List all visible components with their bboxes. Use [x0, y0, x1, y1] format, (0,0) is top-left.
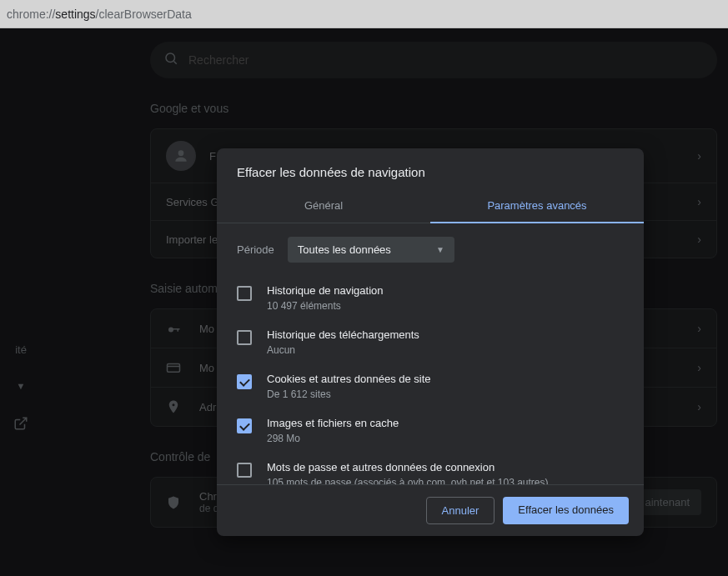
option-row[interactable]: Mots de passe et autres données de conne…: [237, 453, 624, 484]
option-row[interactable]: Historique de navigation10 497 éléments: [237, 276, 624, 320]
option-row[interactable]: Images et fichiers en cache298 Mo: [237, 408, 624, 453]
dialog-tabs: Général Paramètres avancés: [217, 189, 644, 223]
option-title: Images et fichiers en cache: [267, 417, 399, 429]
cancel-button[interactable]: Annuler: [426, 497, 495, 524]
url-bar[interactable]: chrome://settings/clearBrowserData: [0, 0, 728, 28]
url-sub: /clearBrowserData: [96, 8, 192, 21]
options-list: Historique de navigation10 497 élémentsH…: [217, 276, 644, 484]
clear-data-dialog: Effacer les données de navigation Généra…: [217, 148, 644, 536]
option-subtitle: De 1 612 sites: [267, 388, 431, 400]
option-subtitle: 105 mots de passe (associés à ovh.com, o…: [267, 477, 549, 484]
url-scheme: chrome://: [7, 8, 55, 21]
tab-advanced[interactable]: Paramètres avancés: [430, 189, 644, 223]
option-title: Historique de navigation: [267, 284, 383, 297]
checkbox[interactable]: [237, 463, 252, 478]
option-row[interactable]: Historique des téléchargementsAucun: [237, 320, 624, 364]
option-subtitle: Aucun: [267, 344, 419, 356]
checkbox[interactable]: [237, 418, 252, 433]
option-subtitle: 10 497 éléments: [267, 300, 383, 312]
dialog-title: Effacer les données de navigation: [217, 148, 644, 189]
period-select[interactable]: Toutes les données ▼: [288, 237, 454, 263]
option-title: Cookies et autres données de site: [267, 373, 431, 385]
option-title: Mots de passe et autres données de conne…: [267, 461, 549, 473]
option-row[interactable]: Cookies et autres données de siteDe 1 61…: [237, 364, 624, 408]
period-label: Période: [237, 243, 274, 256]
checkbox[interactable]: [237, 286, 252, 301]
option-title: Historique des téléchargements: [267, 328, 419, 341]
period-value: Toutes les données: [298, 243, 391, 256]
clear-data-button[interactable]: Effacer les données: [503, 497, 629, 524]
url-main: settings: [55, 8, 95, 21]
option-subtitle: 298 Mo: [267, 433, 399, 444]
triangle-down-icon: ▼: [436, 245, 444, 254]
tab-basic[interactable]: Général: [217, 189, 430, 223]
checkbox[interactable]: [237, 330, 252, 345]
checkbox[interactable]: [237, 374, 252, 389]
